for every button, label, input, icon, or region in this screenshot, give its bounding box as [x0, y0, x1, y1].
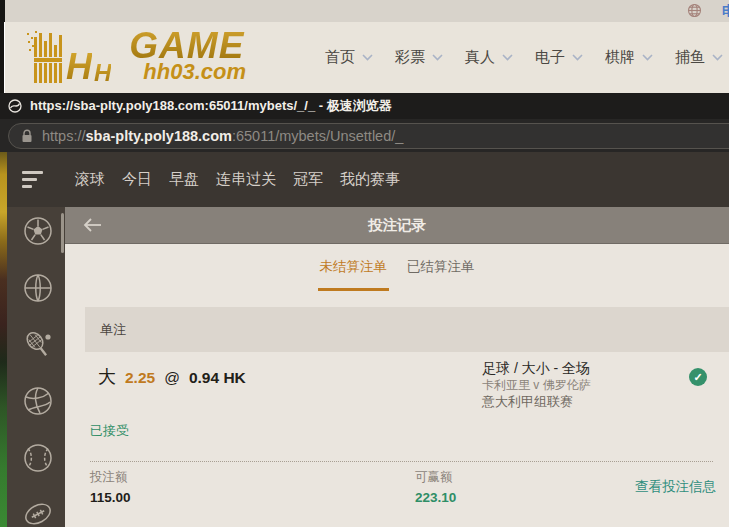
- nav-label: 首页: [325, 48, 355, 67]
- handicap-line: 2.25: [125, 369, 155, 387]
- american-football-icon[interactable]: [22, 498, 54, 527]
- stake-value: 115.00: [90, 490, 131, 505]
- accepted-check-icon: ✓: [689, 368, 707, 386]
- subnav-item-inplay[interactable]: 滚球: [75, 170, 105, 189]
- subnav-item-parlay[interactable]: 连串过关: [216, 170, 276, 189]
- sidebar-color-strip: [0, 152, 7, 527]
- selection-label: 大: [98, 365, 116, 389]
- sidebar-scrollbar[interactable]: [61, 213, 64, 253]
- baseball-icon[interactable]: [22, 442, 54, 474]
- bet-match-info: 足球 / 大小 - 全场 卡利亚里 v 佛罗伦萨 意大利甲组联赛: [482, 358, 591, 411]
- nav-item-home[interactable]: 首页: [325, 48, 373, 67]
- logo-letter: H: [94, 62, 111, 84]
- sport-sidebar: [0, 207, 65, 527]
- lock-icon: [21, 129, 33, 143]
- url-domain: sba-plty.poly188.com: [86, 128, 232, 144]
- browser-logo-icon: [8, 99, 22, 113]
- window-title: https://sba-plty.poly188.com:65011/mybet…: [30, 97, 392, 115]
- chevron-down-icon: [502, 54, 513, 61]
- menu-icon[interactable]: [0, 171, 65, 188]
- address-bar[interactable]: https://sba-plty.poly188.com:65011/mybet…: [8, 123, 729, 149]
- url-text: https://sba-plty.poly188.com:65011/mybet…: [42, 128, 403, 144]
- chevron-down-icon: [362, 54, 373, 61]
- browser-window: 电 H: [0, 0, 729, 527]
- odds-value: 0.94 HK: [189, 369, 246, 387]
- nav-label: 彩票: [395, 48, 425, 67]
- logo-game-text: GAME: [129, 30, 246, 61]
- nav-label: 真人: [465, 48, 495, 67]
- logo-letter: H: [66, 51, 92, 83]
- soccer-icon[interactable]: [22, 215, 54, 247]
- bet-selection-line: 大 2.25 @ 0.94 HK: [98, 365, 246, 389]
- market-label: 足球 / 大小 - 全场: [482, 358, 591, 378]
- site-header: H H GAME hh03.com 首页 彩票 真人 电子: [0, 22, 729, 93]
- logo-stripes-icon: [26, 31, 66, 83]
- sport-subnav: 滚球 今日 早盘 连串过关 冠军 我的赛事: [0, 152, 729, 207]
- nav-item-lottery[interactable]: 彩票: [395, 48, 443, 67]
- tab-unsettled[interactable]: 未结算注单: [318, 250, 390, 291]
- site-logo[interactable]: H H GAME hh03.com: [26, 30, 246, 83]
- stake-column: 投注额 115.00: [90, 469, 131, 505]
- nav-item-live[interactable]: 真人: [465, 48, 513, 67]
- nav-label: 捕鱼: [675, 48, 705, 67]
- towin-label: 可赢额: [415, 469, 456, 486]
- basketball-icon[interactable]: [22, 272, 54, 304]
- panel-header: 投注记录: [65, 207, 729, 244]
- subnav-item-today[interactable]: 今日: [122, 170, 152, 189]
- subnav-item-outright[interactable]: 冠军: [293, 170, 323, 189]
- chevron-down-icon: [572, 54, 583, 61]
- nav-item-slots[interactable]: 电子: [535, 48, 583, 67]
- page-title: 投注记录: [368, 216, 426, 235]
- nav-item-fishing[interactable]: 捕鱼: [675, 48, 723, 67]
- chevron-down-icon: [642, 54, 653, 61]
- address-bar-row: https://sba-plty.poly188.com:65011/mybet…: [0, 119, 729, 152]
- nav-label: 电子: [535, 48, 565, 67]
- globe-icon[interactable]: [687, 3, 702, 18]
- stake-label: 投注额: [90, 469, 131, 486]
- subnav-item-mymatches[interactable]: 我的赛事: [340, 170, 400, 189]
- towin-value: 223.10: [415, 490, 456, 505]
- bet-records-panel: 投注记录 未结算注单 已结算注单 单注 大 2.25 @ 0.94 HK 足球 …: [65, 207, 729, 527]
- league-label: 意大利甲组联赛: [482, 393, 591, 411]
- teams-label: 卡利亚里 v 佛罗伦萨: [482, 378, 591, 393]
- dotted-divider: [90, 461, 713, 462]
- towin-column: 可赢额 223.10: [415, 469, 456, 505]
- browser-top-strip: 电: [0, 0, 729, 22]
- nav-label: 棋牌: [605, 48, 635, 67]
- nav-item-cards[interactable]: 棋牌: [605, 48, 653, 67]
- url-path: :65011/mybets/Unsettled/_: [232, 128, 403, 144]
- corner-decoration: [0, 0, 5, 22]
- edge-decoration: [0, 22, 5, 93]
- main-nav: 首页 彩票 真人 电子 棋牌 捕鱼: [325, 22, 723, 93]
- logo-monogram: H H: [66, 51, 111, 83]
- logo-domain-text: hh03.com: [129, 61, 246, 83]
- url-scheme: https://: [42, 128, 86, 144]
- at-symbol: @: [164, 369, 180, 387]
- back-arrow-icon[interactable]: [81, 217, 103, 233]
- partial-glyph: 电: [722, 3, 729, 17]
- tennis-icon[interactable]: [22, 329, 54, 361]
- browser-title-bar: https://sba-plty.poly188.com:65011/mybet…: [0, 93, 729, 119]
- status-badge: 已接受: [90, 422, 129, 440]
- subnav-item-early[interactable]: 早盘: [169, 170, 199, 189]
- section-header-single-bet: 单注: [85, 307, 729, 352]
- volleyball-icon[interactable]: [22, 385, 54, 417]
- chevron-down-icon: [432, 54, 443, 61]
- bet-tabs: 未结算注单 已结算注单: [65, 250, 729, 291]
- view-bet-details-link[interactable]: 查看投注信息: [635, 478, 716, 496]
- chevron-down-icon: [712, 54, 723, 61]
- tab-settled[interactable]: 已结算注单: [405, 250, 477, 291]
